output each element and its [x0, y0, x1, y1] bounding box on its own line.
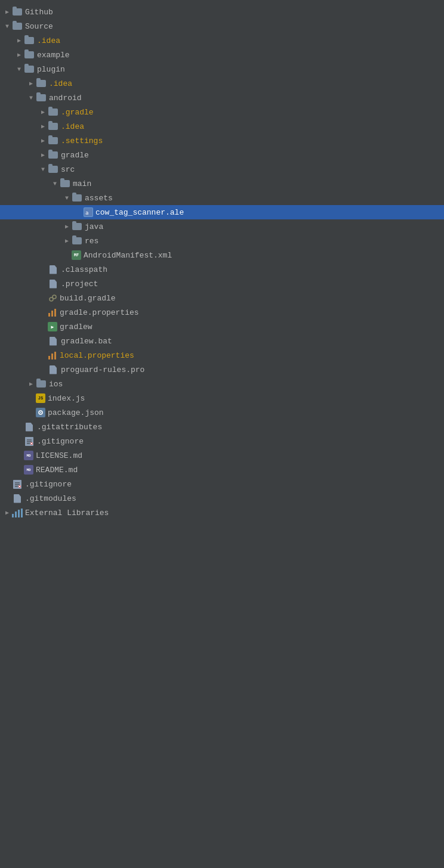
- expand-arrow[interactable]: [2, 508, 12, 517]
- tree-item-example[interactable]: example: [0, 48, 444, 62]
- item-label-res: res: [85, 237, 98, 246]
- expand-arrow[interactable]: [14, 50, 24, 60]
- tree-item-android[interactable]: android: [0, 91, 444, 105]
- file-icon: [48, 265, 58, 274]
- item-label-idea-3: .idea: [61, 122, 84, 131]
- tree-item-local-props[interactable]: local.properties: [0, 348, 444, 362]
- tree-item-res[interactable]: res: [0, 234, 444, 248]
- tree-item-idea-1[interactable]: .idea: [0, 33, 444, 48]
- file-icon: [12, 494, 23, 503]
- tree-item-plugin[interactable]: plugin: [0, 62, 444, 76]
- tree-item-main[interactable]: main: [0, 176, 444, 191]
- file-icon: [24, 422, 35, 432]
- item-label-project: .project: [61, 280, 98, 289]
- item-label-java: java: [85, 222, 103, 231]
- expand-arrow[interactable]: [14, 36, 24, 45]
- item-label-gradle-props: gradle.properties: [60, 308, 139, 317]
- expand-arrow[interactable]: [38, 136, 48, 145]
- tree-item-classpath[interactable]: .classpath: [0, 262, 444, 277]
- tree-item-assets[interactable]: assets: [0, 191, 444, 205]
- collapse-arrow[interactable]: [26, 93, 36, 103]
- expand-arrow[interactable]: [38, 150, 48, 160]
- gradle-build-icon: [48, 293, 57, 303]
- item-label-local-props: local.properties: [60, 351, 134, 360]
- expand-arrow[interactable]: [62, 222, 72, 231]
- svg-rect-26: [12, 514, 14, 517]
- tree-item-src[interactable]: src: [0, 162, 444, 176]
- item-label-gradle-dir2: gradle: [61, 151, 89, 160]
- collapse-arrow[interactable]: [50, 179, 60, 188]
- svg-rect-7: [48, 356, 50, 359]
- tree-item-proguard[interactable]: proguard-rules.pro: [0, 362, 444, 377]
- svg-rect-29: [21, 509, 23, 517]
- svg-rect-5: [51, 311, 53, 317]
- expand-arrow[interactable]: [26, 379, 36, 389]
- tree-item-build-gradle[interactable]: build.gradle: [0, 291, 444, 305]
- js-file-icon: JS: [36, 393, 45, 403]
- expand-arrow[interactable]: [38, 122, 48, 131]
- expand-arrow[interactable]: [62, 236, 72, 246]
- item-label-assets: assets: [85, 194, 113, 203]
- item-label-idea-2: .idea: [49, 79, 72, 88]
- expand-arrow[interactable]: [38, 107, 48, 117]
- tree-item-idea-3[interactable]: .idea: [0, 119, 444, 134]
- tree-item-idea-2[interactable]: .idea: [0, 76, 444, 91]
- tree-item-gitignore-1[interactable]: .gitignore: [0, 434, 444, 448]
- tree-item-project[interactable]: .project: [0, 277, 444, 291]
- expand-arrow[interactable]: [26, 79, 36, 88]
- collapse-arrow[interactable]: [2, 21, 12, 31]
- folder-icon: [36, 380, 47, 388]
- tree-item-github[interactable]: Github: [0, 5, 444, 19]
- folder-icon: [48, 137, 58, 145]
- tree-item-gradle-props[interactable]: gradle.properties: [0, 305, 444, 320]
- svg-rect-9: [54, 352, 56, 359]
- item-label-gitattributes: .gitattributes: [37, 423, 102, 432]
- item-label-source: Source: [25, 22, 53, 31]
- folder-icon: [60, 179, 70, 188]
- item-label-cow_tag_scanner: cow_tag_scanner.ale: [95, 208, 184, 217]
- tree-item-androidmanifest[interactable]: MFAndroidManifest.xml: [0, 248, 444, 262]
- tree-item-cow_tag_scanner[interactable]: acow_tag_scanner.ale: [0, 205, 444, 219]
- item-label-gradlew-bat: gradlew.bat: [61, 337, 112, 346]
- tree-item-index-js[interactable]: JSindex.js: [0, 391, 444, 405]
- collapse-arrow[interactable]: [14, 64, 24, 74]
- tree-item-gradlew[interactable]: gradlew: [0, 320, 444, 334]
- tree-item-gradlew-bat[interactable]: gradlew.bat: [0, 334, 444, 348]
- folder-icon: [24, 65, 35, 73]
- xml-file-icon: MF: [72, 250, 81, 260]
- expand-arrow[interactable]: [2, 7, 12, 17]
- folder-icon: [36, 79, 47, 88]
- tree-item-readme[interactable]: MDREADME.md: [0, 463, 444, 477]
- svg-rect-4: [48, 313, 50, 317]
- item-label-ios: ios: [49, 380, 63, 389]
- folder-icon: [12, 22, 23, 30]
- item-label-github: Github: [25, 8, 53, 17]
- tree-item-gradle-dir[interactable]: .gradle: [0, 105, 444, 119]
- svg-text:a: a: [85, 210, 88, 216]
- svg-point-11: [40, 412, 41, 413]
- collapse-arrow[interactable]: [38, 165, 48, 174]
- folder-icon: [48, 122, 58, 131]
- md-file-icon: MD: [24, 465, 33, 475]
- properties-file-icon: [48, 308, 57, 317]
- folder-icon: [48, 165, 58, 173]
- tree-item-source[interactable]: Source: [0, 19, 444, 33]
- package-file-icon: [36, 408, 45, 417]
- tree-item-license[interactable]: MDLICENSE.md: [0, 448, 444, 463]
- file-icon: [48, 365, 58, 374]
- tree-item-gradle-dir2[interactable]: gradle: [0, 148, 444, 162]
- tree-item-external-libs[interactable]: External Libraries: [0, 506, 444, 520]
- tree-item-settings[interactable]: .settings: [0, 134, 444, 148]
- folder-icon: [48, 151, 58, 159]
- item-label-build-gradle: build.gradle: [60, 294, 116, 303]
- folder-icon: [48, 108, 58, 116]
- tree-item-ios[interactable]: ios: [0, 377, 444, 391]
- tree-item-gitattributes[interactable]: .gitattributes: [0, 420, 444, 434]
- tree-item-java[interactable]: java: [0, 219, 444, 234]
- tree-item-gitmodules[interactable]: .gitmodules: [0, 491, 444, 506]
- item-label-package-json: package.json: [48, 408, 104, 417]
- tree-item-package-json[interactable]: package.json: [0, 405, 444, 420]
- tree-item-gitignore-2[interactable]: .gitignore: [0, 477, 444, 491]
- collapse-arrow[interactable]: [62, 193, 72, 203]
- item-label-gitignore-1: .gitignore: [37, 437, 84, 446]
